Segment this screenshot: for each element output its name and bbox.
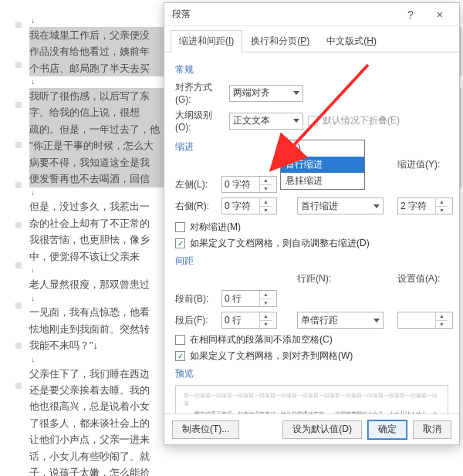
- special-indent-select[interactable]: 首行缩进: [297, 197, 384, 214]
- at-input[interactable]: ▲▼: [397, 312, 453, 329]
- before-label: 段前(B):: [175, 292, 218, 306]
- group-spacing: 间距: [175, 255, 448, 268]
- grid-indent-label: 如果定义了文档网格，则自动调整右缩进(D): [190, 237, 370, 250]
- dialog-title: 段落: [172, 8, 396, 21]
- spinner-icon[interactable]: ▲▼: [259, 312, 272, 328]
- help-button[interactable]: ?: [396, 4, 425, 25]
- no-space-same-style-checkbox[interactable]: [175, 335, 185, 345]
- line-spacing-label: 行距(N):: [297, 272, 382, 285]
- left-indent-input[interactable]: ▲▼: [221, 176, 277, 193]
- alignment-label: 对齐方式(G):: [175, 81, 225, 105]
- spinner-icon[interactable]: ▲▼: [259, 291, 272, 306]
- dropdown-option-first-line[interactable]: 首行缩进: [281, 157, 364, 173]
- snap-grid-checkbox[interactable]: [175, 351, 185, 361]
- mirror-indent-label: 对称缩进(M): [190, 221, 241, 234]
- dialog-tabs: 缩进和间距(I) 换行和分页(P) 中文版式(H): [164, 26, 459, 52]
- indent-by-input[interactable]: ▲▼: [397, 197, 453, 214]
- right-indent-label: 右侧(R):: [175, 200, 218, 213]
- tab-asian-typography[interactable]: 中文版式(H): [318, 30, 385, 52]
- spinner-icon[interactable]: ▲▼: [435, 198, 448, 214]
- collapse-checkbox: [308, 116, 318, 126]
- dialog-body: 常规 对齐方式(G): 两端对齐 大纲级别(O): 正文文本 默认情况下折叠(E…: [164, 52, 459, 414]
- set-default-button[interactable]: 设为默认值(D): [282, 420, 362, 439]
- cancel-button[interactable]: 取消: [413, 420, 451, 439]
- after-input[interactable]: ▲▼: [221, 312, 277, 329]
- chevron-down-icon: [373, 319, 380, 322]
- snap-grid-label: 如果定义了文档网格，则对齐到网格(W): [190, 349, 353, 363]
- tab-indent-spacing[interactable]: 缩进和间距(I): [171, 30, 242, 52]
- grid-indent-checkbox[interactable]: [175, 238, 185, 248]
- mirror-indent-checkbox[interactable]: [175, 222, 185, 232]
- dialog-titlebar: 段落 ? ×: [164, 3, 459, 26]
- alignment-select[interactable]: 两端对齐: [229, 85, 303, 102]
- group-preview: 预览: [175, 367, 448, 380]
- left-indent-label: 左侧(L):: [175, 178, 218, 191]
- special-indent-dropdown[interactable]: (无) 首行缩进 悬挂缩进: [280, 140, 365, 190]
- collapse-label: 默认情况下折叠(E): [323, 114, 400, 127]
- tabs-button[interactable]: 制表位(T)...: [172, 420, 239, 439]
- dropdown-option-hanging[interactable]: 悬挂缩进: [281, 173, 364, 189]
- chevron-down-icon: [373, 204, 380, 208]
- before-input[interactable]: ▲▼: [221, 290, 277, 307]
- dropdown-option-none[interactable]: (无): [281, 140, 364, 157]
- dialog-footer: 制表位(T)... 设为默认值(D) 确定 取消: [164, 414, 459, 444]
- line-spacing-select[interactable]: 单倍行距: [297, 312, 384, 329]
- outline-label: 大纲级别(O):: [175, 109, 225, 133]
- chevron-down-icon: [293, 119, 299, 123]
- no-space-same-style-label: 在相同样式的段落间不添加空格(C): [190, 333, 333, 346]
- close-button[interactable]: ×: [425, 4, 455, 25]
- right-indent-input[interactable]: ▲▼: [221, 197, 277, 214]
- outline-select[interactable]: 正文文本: [229, 113, 303, 130]
- after-label: 段后(F):: [175, 314, 218, 327]
- preview-box: 前一段落前一段落前一段落前一段落前一段落前一段落前一段落前一段落前一段落前一段落…: [175, 385, 448, 414]
- spinner-icon[interactable]: ▲▼: [259, 177, 272, 192]
- spinner-icon[interactable]: ▲▼: [259, 198, 272, 214]
- ok-button[interactable]: 确定: [368, 420, 407, 439]
- paragraph-dialog: 段落 ? × 缩进和间距(I) 换行和分页(P) 中文版式(H) 常规 对齐方式…: [164, 2, 460, 445]
- tab-line-page-breaks[interactable]: 换行和分页(P): [242, 30, 318, 52]
- chevron-down-icon: [293, 91, 299, 95]
- by-label: 缩进值(Y):: [397, 158, 458, 171]
- group-general: 常规: [175, 63, 448, 76]
- spinner-icon[interactable]: ▲▼: [435, 312, 448, 328]
- at-label: 设置值(A):: [397, 272, 458, 285]
